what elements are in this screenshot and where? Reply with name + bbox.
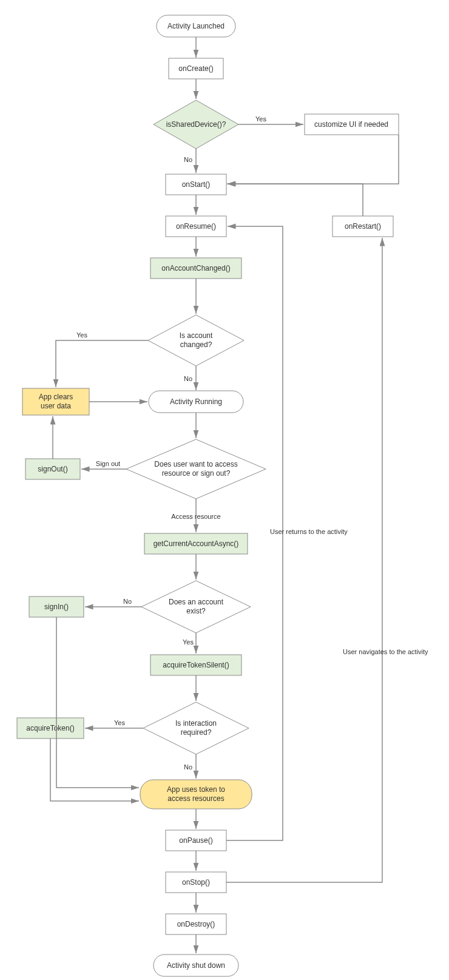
label-acquire-token: acquireToken() <box>26 724 74 732</box>
label-on-stop: onStop() <box>182 878 210 887</box>
label-on-resume: onResume() <box>176 222 216 231</box>
label-get-current-account: getCurrentAccountAsync() <box>154 539 239 548</box>
label-on-pause: onPause() <box>179 836 212 845</box>
edge-no-1: No <box>184 156 192 163</box>
edge-yes-1: Yes <box>255 115 266 123</box>
edge-user-navigates: User navigates to the activity <box>343 648 428 655</box>
label-activity-shutdown: Activity shut down <box>167 961 225 970</box>
label-user-want-1: Does user want to access <box>154 460 237 468</box>
edge-no-2: No <box>184 375 192 382</box>
label-sign-out: signOut() <box>38 465 67 473</box>
label-activity-running: Activity Running <box>170 397 222 406</box>
label-is-shared-device: isSharedDevice()? <box>166 120 226 129</box>
edge-user-returns-h: User returns to the activity <box>270 528 348 535</box>
label-app-clears-1: App clears <box>39 393 73 401</box>
label-interaction-1: Is interaction <box>175 719 217 728</box>
label-app-uses-2: access resources <box>167 794 224 803</box>
edge-yes-2: Yes <box>76 331 87 339</box>
label-is-account-changed-1: Is account <box>180 331 213 340</box>
edge-no-3: No <box>123 598 132 605</box>
label-acquire-token-silent: acquireTokenSilent() <box>163 661 229 669</box>
label-app-uses-1: App uses token to <box>167 785 225 794</box>
edge-access-resource: Access resource <box>171 513 220 520</box>
label-app-clears-2: user data <box>41 402 71 410</box>
label-user-want-2: resource or sign out? <box>162 469 231 478</box>
label-customize-ui: customize UI if needed <box>314 120 388 129</box>
label-sign-in: signIn() <box>44 603 69 611</box>
edge-no-4: No <box>184 763 192 771</box>
label-account-exist-1: Does an account <box>169 598 224 606</box>
label-on-create: onCreate() <box>178 64 213 73</box>
label-on-destroy: onDestroy() <box>177 920 215 928</box>
label-is-account-changed-2: changed? <box>180 340 212 349</box>
edge-signout: Sign out <box>96 460 120 467</box>
label-on-restart: onRestart() <box>345 222 381 231</box>
label-interaction-2: required? <box>181 728 212 737</box>
edge-yes-3: Yes <box>183 638 194 646</box>
label-on-start: onStart() <box>182 180 211 189</box>
label-on-account-changed: onAccountChanged() <box>161 264 230 272</box>
edge-yes-4: Yes <box>114 719 125 726</box>
flowchart-diagram: Activity Launched onCreate() isSharedDev… <box>0 0 449 980</box>
label-activity-launched: Activity Launched <box>167 22 224 30</box>
label-account-exist-2: exist? <box>186 607 206 615</box>
